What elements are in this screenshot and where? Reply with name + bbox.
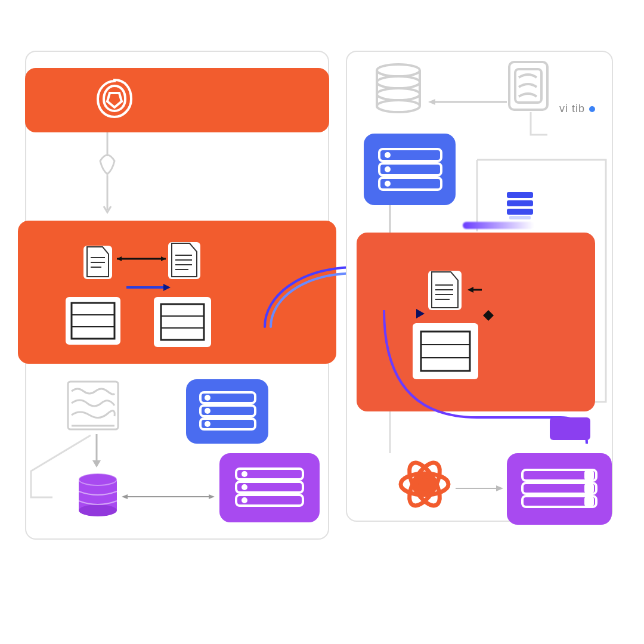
status-dot-icon [589, 106, 595, 112]
svg-marker-34 [122, 494, 128, 499]
table-icon [154, 297, 211, 347]
table-icon [66, 297, 120, 345]
svg-marker-66 [467, 287, 473, 293]
svg-point-53 [386, 153, 389, 157]
svg-point-28 [206, 422, 209, 426]
svg-point-26 [206, 396, 209, 400]
connector-line [519, 111, 549, 147]
svg-point-39 [243, 472, 246, 476]
server-rack-icon [378, 148, 442, 193]
purple-chip [550, 417, 590, 440]
svg-rect-15 [161, 304, 204, 340]
shelf-icon [66, 379, 120, 436]
arrow-left-icon [426, 98, 509, 106]
svg-rect-57 [507, 192, 533, 198]
server-stack-icon [503, 190, 537, 224]
server-rack-icon [199, 391, 256, 434]
server-block-blue-right [364, 134, 456, 205]
arrow-icon [454, 484, 506, 493]
svg-point-55 [386, 182, 389, 185]
bidir-arrow-icon [114, 255, 168, 262]
svg-rect-12 [72, 303, 114, 339]
svg-marker-4 [161, 256, 166, 261]
connector-line [388, 205, 392, 235]
svg-rect-83 [586, 485, 593, 492]
svg-point-45 [377, 100, 420, 112]
svg-point-27 [206, 409, 209, 413]
atom-icon [396, 456, 453, 515]
svg-marker-47 [428, 99, 435, 105]
svg-rect-60 [509, 216, 531, 219]
server-block-purple-right [507, 453, 612, 525]
connector-line [388, 411, 392, 453]
arrow-icon [125, 283, 173, 292]
svg-marker-78 [496, 485, 503, 491]
svg-point-44 [377, 88, 420, 100]
disk-stack-icon [372, 62, 425, 122]
server-rack-icon [235, 467, 304, 512]
svg-marker-11 [163, 284, 171, 291]
svg-point-73 [416, 476, 433, 493]
gradient-divider [463, 222, 534, 229]
corner-tag-label: vi tib [559, 103, 585, 115]
module-icon [507, 60, 550, 114]
svg-point-31 [79, 504, 117, 516]
document-icon [83, 246, 112, 279]
svg-rect-84 [586, 498, 593, 505]
svg-rect-58 [507, 200, 533, 206]
server-block-blue-left [186, 379, 268, 444]
svg-marker-35 [209, 494, 215, 499]
svg-point-40 [243, 485, 246, 489]
svg-rect-82 [586, 472, 593, 479]
svg-point-43 [377, 76, 420, 88]
svg-marker-5 [117, 256, 122, 261]
bidir-arrow-icon [120, 493, 216, 501]
connector-line [89, 132, 125, 222]
svg-point-54 [386, 168, 389, 171]
server-block-purple-left [219, 453, 320, 522]
svg-rect-59 [507, 209, 533, 215]
database-icon [76, 472, 119, 522]
arrow-left-icon [466, 286, 483, 293]
svg-point-41 [243, 499, 246, 502]
server-rack-icon [521, 469, 597, 513]
header-block [25, 68, 329, 132]
document-icon [168, 242, 200, 279]
swirl-logo-icon [91, 75, 138, 125]
svg-point-42 [377, 64, 420, 76]
